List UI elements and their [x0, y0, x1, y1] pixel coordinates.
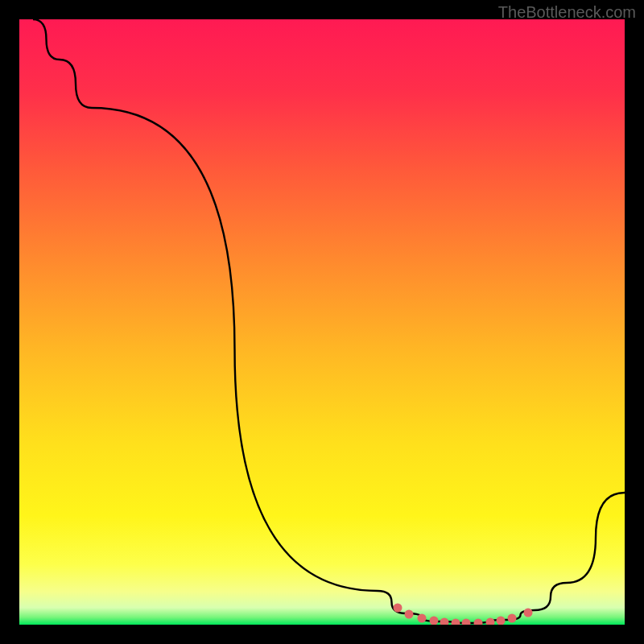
optimum-marker-dot — [405, 610, 414, 619]
optimum-marker-dot — [418, 614, 427, 623]
chart-plot-area — [19, 19, 625, 625]
optimum-marker-dot — [440, 618, 449, 625]
watermark: TheBottleneck.com — [498, 3, 636, 22]
optimum-marker-dot — [474, 619, 483, 625]
optimum-marker-dot — [524, 609, 533, 617]
optimum-marker-dot — [462, 619, 471, 625]
optimum-marker-dot — [394, 604, 402, 613]
optimum-marker-dot — [508, 614, 517, 623]
optimum-marker-dot — [497, 617, 506, 625]
optimum-marker-dot — [452, 619, 460, 625]
bottleneck-curve — [19, 19, 625, 625]
optimum-marker-dot — [486, 618, 495, 625]
optimum-marker-dot — [430, 617, 439, 625]
